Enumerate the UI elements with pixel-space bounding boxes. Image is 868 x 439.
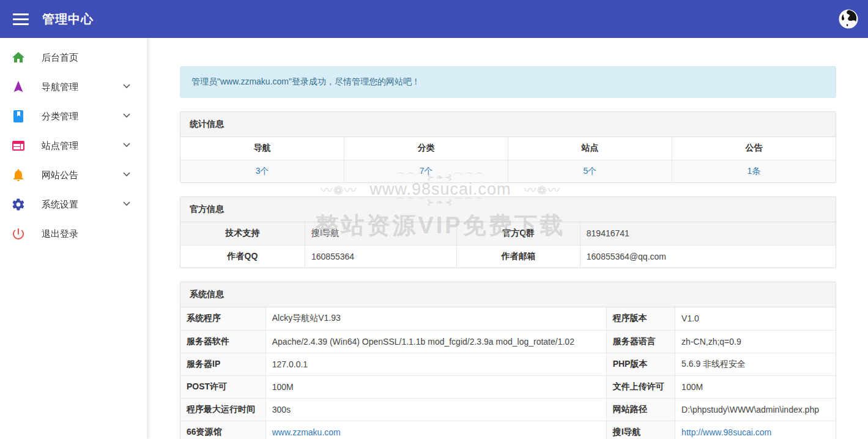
sidebar-item-label: 网站公告 xyxy=(42,170,78,181)
table-row: 系统程序 Alcky导航站V1.93 程序版本 V1.0 xyxy=(180,307,836,330)
official-value: 160855364@qq.com xyxy=(580,245,836,268)
stats-col-site: 站点 xyxy=(508,137,672,160)
table-row: 66资源馆 www.zzmaku.com 搜I导航 http://www.98s… xyxy=(180,421,836,439)
sidebar-item-settings[interactable]: 系统设置 xyxy=(0,190,147,219)
official-panel-title: 官方信息 xyxy=(180,197,836,222)
official-info-panel: 官方信息 技术支持 搜I导航 官方Q群 819416741 作者QQ 16085… xyxy=(180,197,836,268)
system-info-table: 系统程序 Alcky导航站V1.93 程序版本 V1.0 服务器软件 Apach… xyxy=(180,307,836,439)
site-card-icon xyxy=(11,138,26,153)
system-label: PHP版本 xyxy=(606,353,675,375)
official-label: 技术支持 xyxy=(180,222,305,245)
system-value: Apache/2.4.39 (Win64) OpenSSL/1.1.1b mod… xyxy=(265,330,606,353)
bell-icon xyxy=(11,168,26,182)
official-label: 作者QQ xyxy=(180,245,305,268)
sidebar-item-label: 系统设置 xyxy=(42,199,78,211)
official-value: 160855364 xyxy=(305,245,456,268)
stats-value-row: 3个 7个 5个 1条 xyxy=(180,160,836,182)
stats-table: 导航 分类 站点 公告 3个 7个 5个 1条 xyxy=(180,137,836,182)
system-label: 服务器软件 xyxy=(180,330,265,353)
zzmaku-link[interactable]: www.zzmaku.com xyxy=(272,427,341,437)
page-title: 管理中心 xyxy=(42,11,94,28)
top-bar: 管理中心 xyxy=(0,0,868,38)
table-row: 作者QQ 160855364 作者邮箱 160855364@qq.com xyxy=(180,245,836,268)
stats-site-count-link[interactable]: 5个 xyxy=(583,166,596,176)
gear-icon xyxy=(11,197,26,212)
official-value: 搜I导航 xyxy=(305,222,456,245)
system-info-panel: 系统信息 系统程序 Alcky导航站V1.93 程序版本 V1.0 服务器软件 … xyxy=(180,282,836,439)
stats-notice-count-link[interactable]: 1条 xyxy=(747,166,760,176)
official-value: 819416741 xyxy=(580,222,836,245)
system-value: 127.0.0.1 xyxy=(265,353,606,375)
stats-panel: 统计信息 导航 分类 站点 公告 3个 7个 5个 1条 xyxy=(180,111,836,183)
official-label: 作者邮箱 xyxy=(457,245,580,268)
stats-col-nav: 导航 xyxy=(180,137,344,160)
table-row: 服务器软件 Apache/2.4.39 (Win64) OpenSSL/1.1.… xyxy=(180,330,836,353)
table-row: POST许可 100M 文件上传许可 100M xyxy=(180,375,836,398)
chevron-down-icon xyxy=(123,84,130,91)
system-label: 搜I导航 xyxy=(606,421,675,439)
system-label: 系统程序 xyxy=(180,307,265,330)
system-value: zh-CN,zh;q=0.9 xyxy=(675,330,836,353)
home-icon xyxy=(11,50,26,65)
table-row: 技术支持 搜I导航 官方Q群 819416741 xyxy=(180,222,836,245)
table-row: 程序最大运行时间 300s 网站路径 D:\phpstudy\WWW\admin… xyxy=(180,398,836,421)
system-value: V1.0 xyxy=(675,307,836,330)
sidebar-item-label: 导航管理 xyxy=(42,81,78,93)
sidebar-item-home[interactable]: 后台首页 xyxy=(0,43,147,72)
sidebar-item-label: 站点管理 xyxy=(42,140,78,152)
official-label: 官方Q群 xyxy=(457,222,580,245)
chevron-down-icon xyxy=(123,201,130,208)
chevron-down-icon xyxy=(123,113,130,120)
stats-col-notice: 公告 xyxy=(672,137,836,160)
system-label: 程序最大运行时间 xyxy=(180,398,265,421)
system-label: POST许可 xyxy=(180,375,265,398)
book-icon xyxy=(11,109,26,124)
navigation-icon xyxy=(11,80,26,94)
system-value: D:\phpstudy\WWW\admin\index.php xyxy=(675,398,836,421)
system-value: Alcky导航站V1.93 xyxy=(265,307,606,330)
system-label: 程序版本 xyxy=(606,307,675,330)
stats-category-count-link[interactable]: 7个 xyxy=(420,166,433,176)
sidebar-item-announcement[interactable]: 网站公告 xyxy=(0,160,147,190)
sidebar-item-nav-manage[interactable]: 导航管理 xyxy=(0,72,147,102)
power-icon xyxy=(11,227,26,241)
system-label: 网站路径 xyxy=(606,398,675,421)
sidebar-item-site-manage[interactable]: 站点管理 xyxy=(0,131,147,160)
stats-nav-count-link[interactable]: 3个 xyxy=(256,166,269,176)
sidebar-item-logout[interactable]: 退出登录 xyxy=(0,219,147,249)
table-row: 服务器IP 127.0.0.1 PHP版本 5.6.9 非线程安全 xyxy=(180,353,836,375)
system-panel-title: 系统信息 xyxy=(180,282,836,307)
chevron-down-icon xyxy=(123,143,130,149)
system-label: 服务器IP xyxy=(180,353,265,375)
main-content: 管理员"www.zzmaku.com"登录成功，尽情管理您的网站吧！ 统计信息 … xyxy=(147,38,868,439)
globe-icon[interactable] xyxy=(838,9,859,29)
system-label: 服务器语言 xyxy=(606,330,675,353)
sidebar: 后台首页 导航管理 分类管理 站点管理 网站公告 xyxy=(0,38,147,439)
system-value: 300s xyxy=(265,398,606,421)
system-label: 文件上传许可 xyxy=(606,375,675,398)
sidebar-item-label: 分类管理 xyxy=(42,111,78,122)
system-value: 5.6.9 非线程安全 xyxy=(675,353,836,375)
stats-header-row: 导航 分类 站点 公告 xyxy=(180,137,836,160)
system-value: 100M xyxy=(265,375,606,398)
system-value: 100M xyxy=(675,375,836,398)
official-info-table: 技术支持 搜I导航 官方Q群 819416741 作者QQ 160855364 … xyxy=(180,222,836,268)
system-label: 66资源馆 xyxy=(180,421,265,439)
98sucai-link[interactable]: http://www.98sucai.com xyxy=(681,427,771,437)
stats-panel-title: 统计信息 xyxy=(180,112,836,137)
sidebar-item-label: 后台首页 xyxy=(42,52,78,64)
menu-toggle-icon[interactable] xyxy=(13,13,29,25)
login-success-alert: 管理员"www.zzmaku.com"登录成功，尽情管理您的网站吧！ xyxy=(180,66,836,98)
sidebar-item-category-manage[interactable]: 分类管理 xyxy=(0,102,147,131)
stats-col-category: 分类 xyxy=(344,137,508,160)
chevron-down-icon xyxy=(123,172,130,179)
sidebar-item-label: 退出登录 xyxy=(42,228,78,240)
